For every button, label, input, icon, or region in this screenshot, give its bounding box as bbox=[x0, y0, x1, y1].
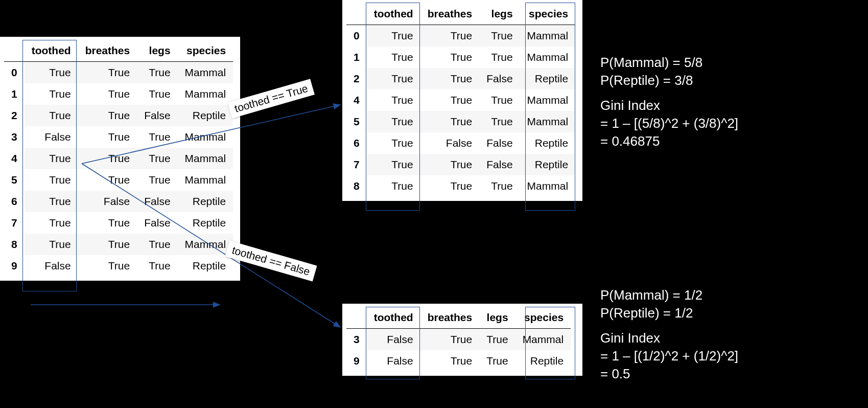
table-row: 3FalseTrueTrueMammal bbox=[4, 126, 233, 148]
left-table-panel: toothed breathes legs species 0TrueTrueT… bbox=[0, 37, 240, 281]
table-cell: 6 bbox=[346, 132, 367, 154]
table-cell: 5 bbox=[4, 169, 25, 191]
table-row: 2TrueTrueFalseReptile bbox=[4, 105, 233, 126]
table-cell: True bbox=[479, 350, 515, 372]
table-cell: Mammal bbox=[520, 25, 576, 47]
left-table: toothed breathes legs species 0TrueTrueT… bbox=[4, 40, 233, 277]
col-legs: legs bbox=[479, 3, 520, 25]
col-toothed: toothed bbox=[367, 3, 420, 25]
table-cell: True bbox=[78, 62, 137, 84]
col-toothed: toothed bbox=[367, 307, 420, 329]
table-cell: True bbox=[25, 62, 78, 84]
table-cell: True bbox=[137, 62, 177, 84]
table-cell: True bbox=[25, 148, 78, 169]
p-reptile-top: P(Reptile) = 3/8 bbox=[600, 72, 738, 89]
gini-expr-bot: = 1 – [(1/2)^2 + (1/2)^2] bbox=[600, 347, 738, 365]
table-cell: True bbox=[420, 329, 480, 351]
table-cell: 7 bbox=[4, 212, 25, 234]
table-cell: True bbox=[78, 105, 137, 126]
table-cell: True bbox=[78, 126, 137, 148]
table-cell: Reptile bbox=[520, 132, 576, 154]
table-cell: False bbox=[137, 191, 177, 212]
col-species: species bbox=[515, 307, 571, 329]
table-cell: Mammal bbox=[178, 126, 233, 148]
table-cell: True bbox=[367, 47, 420, 68]
table-cell: True bbox=[137, 255, 177, 277]
col-index bbox=[4, 40, 25, 62]
table-cell: False bbox=[367, 350, 420, 372]
table-cell: Mammal bbox=[520, 175, 576, 197]
table-cell: True bbox=[78, 255, 137, 277]
table-cell: 4 bbox=[346, 89, 367, 111]
gini-val-bot: = 0.5 bbox=[600, 365, 738, 383]
table-cell: True bbox=[137, 148, 177, 169]
col-index bbox=[346, 307, 367, 329]
table-cell: True bbox=[78, 148, 137, 169]
table-cell: True bbox=[367, 89, 420, 111]
table-cell: 4 bbox=[4, 148, 25, 169]
arrow-label-true: toothed == True bbox=[228, 79, 315, 118]
table-cell: Reptile bbox=[520, 154, 576, 175]
calc-bottom: P(Mammal) = 1/2 P(Reptile) = 1/2 Gini In… bbox=[600, 286, 738, 383]
col-toothed: toothed bbox=[25, 40, 78, 62]
calc-top: P(Mammal) = 5/8 P(Reptile) = 3/8 Gini In… bbox=[600, 54, 738, 150]
p-reptile-bot: P(Reptile) = 1/2 bbox=[600, 304, 738, 322]
table-cell: True bbox=[479, 175, 520, 197]
table-cell: False bbox=[137, 212, 177, 234]
table-cell: True bbox=[479, 111, 520, 132]
col-breathes: breathes bbox=[420, 3, 480, 25]
table-cell: True bbox=[420, 68, 480, 89]
table-cell: 2 bbox=[346, 68, 367, 89]
p-mammal-top: P(Mammal) = 5/8 bbox=[600, 54, 738, 72]
table-row: 4TrueTrueTrueMammal bbox=[346, 89, 575, 111]
col-species: species bbox=[178, 40, 233, 62]
top-right-table-panel: toothed breathes legs species 0TrueTrueT… bbox=[342, 0, 582, 201]
top-right-table: toothed breathes legs species 0TrueTrueT… bbox=[346, 3, 575, 197]
table-cell: Mammal bbox=[178, 83, 233, 105]
table-cell: True bbox=[367, 68, 420, 89]
table-cell: False bbox=[479, 132, 520, 154]
table-cell: False bbox=[420, 132, 480, 154]
table-cell: True bbox=[479, 47, 520, 68]
gini-val-top: = 0.46875 bbox=[600, 132, 738, 150]
col-legs: legs bbox=[479, 307, 515, 329]
table-row: 0TrueTrueTrueMammal bbox=[346, 25, 575, 47]
table-cell: 1 bbox=[346, 47, 367, 68]
table-row: 0TrueTrueTrueMammal bbox=[4, 62, 233, 84]
table-cell: Reptile bbox=[178, 105, 233, 126]
table-cell: True bbox=[367, 25, 420, 47]
table-cell: Mammal bbox=[515, 329, 571, 351]
bottom-right-table: toothed breathes legs species 3FalseTrue… bbox=[346, 307, 571, 372]
table-row: 9FalseTrueTrueReptile bbox=[346, 350, 571, 372]
table-cell: True bbox=[25, 212, 78, 234]
table-cell: 1 bbox=[4, 83, 25, 105]
table-cell: False bbox=[78, 191, 137, 212]
table-cell: False bbox=[479, 154, 520, 175]
table-cell: Reptile bbox=[520, 68, 576, 89]
table-cell: True bbox=[25, 234, 78, 255]
table-row: 1TrueTrueTrueMammal bbox=[4, 83, 233, 105]
table-cell: False bbox=[367, 329, 420, 351]
table-cell: Reptile bbox=[515, 350, 571, 372]
table-cell: True bbox=[420, 25, 480, 47]
table-cell: 8 bbox=[4, 234, 25, 255]
table-row: 4TrueTrueTrueMammal bbox=[4, 148, 233, 169]
table-cell: True bbox=[78, 212, 137, 234]
table-row: 8TrueTrueTrueMammal bbox=[346, 175, 575, 197]
table-cell: Mammal bbox=[178, 234, 233, 255]
gini-label-top: Gini Index bbox=[600, 97, 738, 115]
table-cell: True bbox=[367, 132, 420, 154]
table-row: 1TrueTrueTrueMammal bbox=[346, 47, 575, 68]
table-row: 9FalseTrueTrueReptile bbox=[4, 255, 233, 277]
table-cell: 2 bbox=[4, 105, 25, 126]
table-cell: True bbox=[137, 234, 177, 255]
table-cell: True bbox=[420, 47, 480, 68]
col-breathes: breathes bbox=[78, 40, 137, 62]
table-cell: True bbox=[420, 175, 480, 197]
gini-label-bot: Gini Index bbox=[600, 329, 738, 347]
table-cell: 3 bbox=[4, 126, 25, 148]
table-cell: Reptile bbox=[178, 191, 233, 212]
table-cell: False bbox=[25, 255, 78, 277]
table-row: 6TrueFalseFalseReptile bbox=[346, 132, 575, 154]
table-row: 7TrueTrueFalseReptile bbox=[346, 154, 575, 175]
